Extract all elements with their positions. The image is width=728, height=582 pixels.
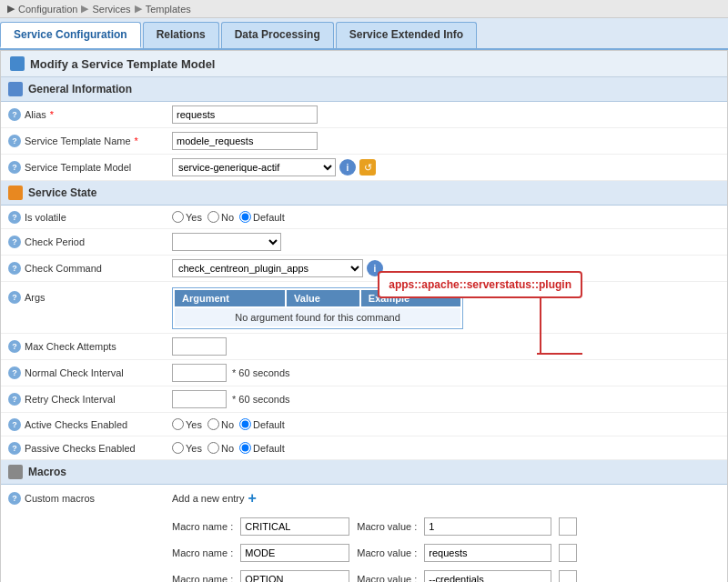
macros-title: Macros <box>28 466 66 478</box>
args-row: ? Args Argument Value Example No argumen… <box>1 282 727 334</box>
args-help-icon[interactable]: ? <box>8 291 21 304</box>
retry-check-help-icon[interactable]: ? <box>8 393 21 406</box>
max-check-input[interactable] <box>172 337 227 356</box>
check-command-select[interactable]: check_centreon_plugin_apps <box>172 259 363 277</box>
active-checks-yes-label[interactable]: Yes <box>172 418 202 430</box>
max-check-value <box>172 337 720 356</box>
passive-checks-default-radio[interactable] <box>239 442 251 454</box>
service-state-title: Service State <box>28 186 96 199</box>
template-name-label: ? Service Template Name * <box>8 135 172 147</box>
check-period-help-icon[interactable]: ? <box>8 236 21 248</box>
is-volatile-no-radio[interactable] <box>207 211 219 223</box>
macros-header: Macros <box>1 460 727 485</box>
is-volatile-no-label[interactable]: No <box>207 211 234 223</box>
add-entry-button[interactable]: + <box>248 490 257 507</box>
max-check-help-icon[interactable]: ? <box>8 340 21 353</box>
tab-service-extended-info[interactable]: Service Extended Info <box>336 22 477 48</box>
normal-check-input[interactable] <box>172 364 227 382</box>
active-checks-default-radio[interactable] <box>239 418 251 430</box>
macro-value-input-mode[interactable] <box>424 544 551 562</box>
main-content: Modify a Service Template Model General … <box>0 50 728 582</box>
active-checks-help-icon[interactable]: ? <box>8 418 21 431</box>
passive-checks-yes-label[interactable]: Yes <box>172 442 202 454</box>
normal-check-suffix: * 60 seconds <box>232 367 290 378</box>
args-col-value: Value <box>287 290 359 306</box>
general-info-header: General Information <box>1 77 727 102</box>
max-check-row: ? Max Check Attempts <box>1 334 727 360</box>
passive-checks-value: Yes No Default <box>172 442 720 454</box>
retry-check-value: * 60 seconds <box>172 390 720 408</box>
macro-value-input-option[interactable] <box>424 570 551 582</box>
is-volatile-label: ? Is volatile <box>8 211 172 224</box>
is-volatile-yes-label[interactable]: Yes <box>172 211 202 223</box>
is-volatile-default-label[interactable]: Default <box>239 211 285 223</box>
active-checks-row: ? Active Checks Enabled Yes No Default <box>1 413 727 436</box>
service-state-header: Service State <box>1 181 727 206</box>
macro-name-input-mode[interactable] <box>240 544 349 562</box>
page-title-icon <box>10 56 25 71</box>
max-check-label: ? Max Check Attempts <box>8 340 172 353</box>
is-volatile-value: Yes No Default <box>172 211 720 223</box>
active-checks-label: ? Active Checks Enabled <box>8 418 172 431</box>
is-volatile-default-radio[interactable] <box>239 211 251 223</box>
retry-check-input[interactable] <box>172 390 227 408</box>
template-model-help-icon[interactable]: ? <box>8 161 21 174</box>
is-volatile-row: ? Is volatile Yes No Default <box>1 206 727 229</box>
is-volatile-help-icon[interactable]: ? <box>8 211 21 224</box>
macro-option-row: Macro name : Macro value : <box>172 570 577 582</box>
tooltip-line-vertical <box>540 298 541 353</box>
template-model-select[interactable]: service-generique-actif <box>172 158 336 176</box>
passive-checks-label: ? Passive Checks Enabled <box>8 442 172 455</box>
template-name-row: ? Service Template Name * <box>1 128 727 155</box>
template-model-info-icon[interactable]: i <box>339 159 356 176</box>
alias-row: ? Alias * <box>1 102 727 128</box>
page-title: Modify a Service Template Model <box>1 51 727 77</box>
passive-checks-no-label[interactable]: No <box>207 442 234 454</box>
args-label: ? Args <box>8 287 172 304</box>
tab-data-processing[interactable]: Data Processing <box>221 22 334 48</box>
normal-check-help-icon[interactable]: ? <box>8 366 21 379</box>
template-name-value <box>172 132 720 150</box>
passive-checks-no-radio[interactable] <box>207 442 219 454</box>
check-period-select[interactable] <box>172 233 281 251</box>
retry-check-label: ? Retry Check Interval <box>8 393 172 406</box>
macro-value-label-mode: Macro value : <box>357 547 417 558</box>
macro-value-input-critical[interactable] <box>424 517 551 536</box>
tooltip-line-horizontal <box>537 353 582 355</box>
template-model-reload-icon[interactable]: ↺ <box>359 159 376 176</box>
check-period-value <box>172 233 720 251</box>
normal-check-label: ? Normal Check Interval <box>8 366 172 379</box>
template-name-input[interactable] <box>172 132 318 150</box>
macro-extra-critical[interactable] <box>559 517 577 536</box>
add-entry-label: Add a new entry <box>172 493 245 504</box>
passive-checks-yes-radio[interactable] <box>172 442 184 454</box>
macro-extra-mode[interactable] <box>559 544 577 562</box>
tab-service-configuration[interactable]: Service Configuration <box>0 22 141 48</box>
tab-relations[interactable]: Relations <box>143 22 219 48</box>
breadcrumb-services[interactable]: Services <box>92 4 130 15</box>
alias-label: ? Alias * <box>8 108 172 121</box>
template-name-help-icon[interactable]: ? <box>8 135 21 147</box>
normal-check-value: * 60 seconds <box>172 364 720 382</box>
macro-name-input-critical[interactable] <box>240 517 349 536</box>
alias-help-icon[interactable]: ? <box>8 108 21 121</box>
is-volatile-yes-radio[interactable] <box>172 211 184 223</box>
passive-checks-row: ? Passive Checks Enabled Yes No Default <box>1 436 727 460</box>
active-checks-no-label[interactable]: No <box>207 418 234 430</box>
check-command-help-icon[interactable]: ? <box>8 262 21 275</box>
passive-checks-help-icon[interactable]: ? <box>8 442 21 455</box>
macro-value-label-option: Macro value : <box>357 574 417 582</box>
args-empty-msg: No argument found for this command <box>175 308 460 326</box>
breadcrumb-templates[interactable]: Templates <box>146 4 191 15</box>
macro-name-input-option[interactable] <box>240 570 349 582</box>
active-checks-default-label[interactable]: Default <box>239 418 285 430</box>
custom-macros-label: ? Custom macros <box>8 490 172 505</box>
breadcrumb-configuration[interactable]: Configuration <box>18 4 77 15</box>
active-checks-no-radio[interactable] <box>207 418 219 430</box>
custom-macros-help-icon[interactable]: ? <box>8 492 21 505</box>
passive-checks-default-label[interactable]: Default <box>239 442 285 454</box>
alias-input[interactable] <box>172 105 318 124</box>
check-period-label: ? Check Period <box>8 236 172 248</box>
macro-extra-option[interactable] <box>559 570 577 582</box>
active-checks-yes-radio[interactable] <box>172 418 184 430</box>
